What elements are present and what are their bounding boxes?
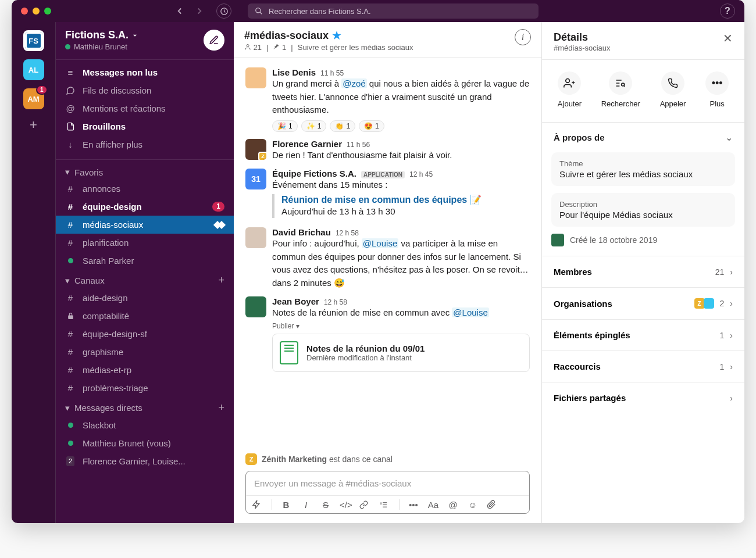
publish-menu[interactable]: Publier ▾ — [272, 322, 530, 330]
file-attachment[interactable]: Notes de la réunion du 09/01 Dernière mo… — [272, 334, 530, 372]
message-time: 11 h 56 — [347, 141, 370, 149]
mention-button[interactable]: @ — [447, 500, 459, 510]
section-shortcuts[interactable]: Raccourcis 1› — [542, 351, 744, 382]
action-search[interactable]: Rechercher — [601, 71, 640, 108]
reaction[interactable]: 😍1 — [359, 120, 384, 132]
link-button[interactable] — [359, 500, 371, 509]
message-author[interactable]: David Brichau — [272, 227, 331, 237]
channel-problemes-triage[interactable]: #problèmes-triage — [56, 379, 234, 397]
nav-unread[interactable]: ≡ Messages non lus — [56, 63, 234, 81]
help-button[interactable]: ? — [720, 3, 735, 19]
list-button[interactable] — [379, 500, 391, 509]
channel-comptabilite[interactable]: comptabilité — [56, 307, 234, 325]
add-dm-button[interactable]: + — [218, 402, 224, 414]
italic-button[interactable]: I — [300, 500, 312, 510]
mention[interactable]: @zoé — [341, 78, 366, 88]
avatar[interactable]: Z — [245, 139, 266, 160]
add-channel-button[interactable]: + — [218, 274, 224, 287]
channel-equipe-design-sf[interactable]: #équipe-design-sf — [56, 325, 234, 343]
section-about[interactable]: À propos de ⌄ — [542, 123, 744, 152]
channel-graphisme[interactable]: #graphisme — [56, 343, 234, 361]
hash-icon: # — [65, 382, 76, 394]
bold-button[interactable]: B — [280, 500, 292, 510]
add-workspace-button[interactable]: + — [30, 117, 37, 133]
reaction[interactable]: ✨1 — [301, 120, 327, 132]
section-files[interactable]: Fichiers partagés › — [542, 382, 744, 413]
attach-button[interactable] — [487, 500, 498, 509]
nav-drafts[interactable]: Brouillons — [56, 117, 234, 135]
dm-slackbot[interactable]: Slackbot — [56, 416, 234, 434]
pin-count[interactable]: 1 — [273, 43, 286, 52]
reaction[interactable]: 👏1 — [330, 120, 355, 132]
dm-group-florence[interactable]: 2Florence Garnier, Louise... — [56, 452, 234, 470]
composer-input[interactable]: Envoyer un message à #médias-sociaux — [246, 471, 529, 495]
member-count[interactable]: 21 — [244, 43, 262, 52]
reaction[interactable]: 🎉1 — [272, 120, 298, 132]
event-link[interactable]: Réunion de mise en commun des équipes — [281, 195, 467, 205]
nav-show-more[interactable]: ↓ En afficher plus — [56, 135, 234, 153]
theme-card[interactable]: Thème Suivre et gérer les médias sociaux — [551, 152, 735, 186]
channel-planification[interactable]: #planification — [56, 234, 234, 252]
message-composer[interactable]: Envoyer un message à #médias-sociaux B I… — [245, 471, 530, 514]
channel-info-button[interactable]: i — [515, 29, 531, 45]
workspace-item-am[interactable]: AM 1 — [23, 88, 44, 109]
code-button[interactable]: </> — [340, 500, 351, 510]
creator-avatar[interactable] — [551, 234, 564, 246]
section-pinned[interactable]: Éléments épinglés 1› — [542, 320, 744, 351]
compose-button[interactable] — [204, 30, 224, 51]
section-favoris[interactable]: ▾ Favoris — [56, 162, 234, 180]
workspace-item-al[interactable]: AL — [23, 59, 44, 80]
search-placeholder: Rechercher dans Fictions S.A. — [269, 7, 371, 16]
mention[interactable]: @Louise — [452, 307, 488, 317]
star-icon[interactable]: ★ — [332, 29, 341, 42]
message-author[interactable]: Lise Denis — [272, 67, 316, 77]
channel-aide-design[interactable]: #aide-design — [56, 289, 234, 307]
avatar[interactable] — [245, 227, 266, 248]
channel-annonces[interactable]: #annonces — [56, 180, 234, 198]
history-button[interactable] — [216, 3, 231, 19]
channel-medias-sociaux[interactable]: #médias-sociaux — [56, 216, 234, 234]
message-author[interactable]: Florence Garnier — [272, 139, 342, 149]
description-card[interactable]: Description Pour l'équipe Médias sociaux — [551, 193, 735, 227]
channel-topic[interactable]: Suivre et gérer les médias sociaux — [298, 43, 413, 52]
nav-threads[interactable]: Fils de discussion — [56, 81, 234, 99]
message-author[interactable]: Équipe Fictions S.A. — [272, 169, 356, 178]
avatar[interactable] — [245, 67, 266, 88]
shared-icon — [216, 222, 224, 228]
maximize-window-button[interactable] — [44, 8, 51, 15]
dm-sarah-parker[interactable]: Sarah Parker — [56, 252, 234, 270]
font-button[interactable]: Aa — [427, 500, 439, 510]
shortcuts-icon[interactable] — [252, 500, 263, 509]
workspace-item-fs[interactable]: FS — [23, 30, 44, 51]
unread-icon: ≡ — [65, 66, 76, 78]
section-organisations[interactable]: Organisations Z 2› — [542, 288, 744, 320]
strike-button[interactable]: S — [320, 500, 331, 510]
message-author[interactable]: Jean Boyer — [272, 296, 319, 306]
workspace-name: Fictions S.A. — [65, 29, 139, 41]
avatar[interactable] — [245, 296, 266, 317]
search-input[interactable]: Rechercher dans Fictions S.A. — [248, 3, 539, 19]
section-canaux[interactable]: ▾ Canaux + — [56, 270, 234, 289]
channel-equipe-design[interactable]: #équipe-design1 — [56, 198, 234, 216]
action-call[interactable]: Appeler — [660, 71, 686, 108]
calendar-app-icon[interactable]: 31 — [245, 169, 266, 189]
forward-button[interactable] — [192, 3, 207, 19]
emoji-button[interactable]: ☺ — [467, 500, 479, 510]
minimize-window-button[interactable] — [33, 8, 40, 15]
close-window-button[interactable] — [21, 8, 28, 15]
channel-medias-et-rp[interactable]: #médias-et-rp — [56, 361, 234, 379]
more-formatting-button[interactable]: ••• — [408, 500, 419, 510]
section-members[interactable]: Membres 21› — [542, 256, 744, 288]
message-text: Notes de la réunion de mise en commun av… — [272, 306, 530, 320]
message-text: Un grand merci à @zoé qui nous a bien ai… — [272, 77, 530, 117]
nav-mentions[interactable]: @ Mentions et réactions — [56, 99, 234, 117]
dm-self[interactable]: Matthieu Brunet (vous) — [56, 434, 234, 452]
sidebar-header[interactable]: Fictions S.A. Matthieu Brunet — [56, 22, 234, 60]
action-add[interactable]: Ajouter — [558, 71, 582, 108]
channel-title[interactable]: #médias-sociaux ★ — [244, 29, 413, 42]
mention[interactable]: @Louise — [362, 238, 398, 248]
close-details-button[interactable]: ✕ — [723, 31, 733, 45]
action-more[interactable]: ••• Plus — [705, 71, 729, 108]
section-dms[interactable]: ▾ Messages directs + — [56, 397, 234, 416]
back-button[interactable] — [172, 3, 187, 19]
